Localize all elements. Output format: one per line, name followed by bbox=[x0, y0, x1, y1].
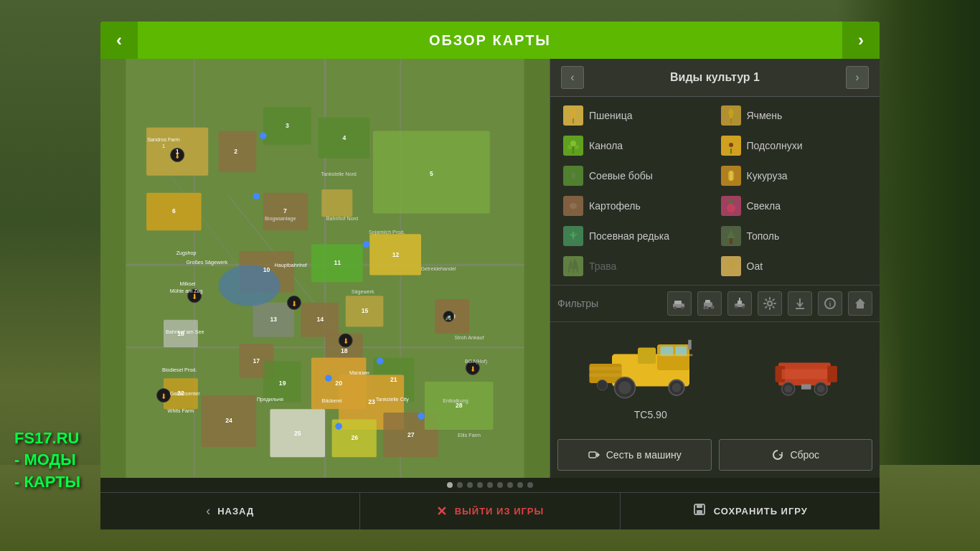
culture-soy[interactable]: Соевые бобы bbox=[557, 161, 715, 191]
dot-5[interactable] bbox=[487, 482, 493, 488]
svg-point-116 bbox=[570, 141, 576, 146]
grass-icon bbox=[563, 256, 583, 276]
svg-point-55 bbox=[335, 423, 342, 430]
map-area: ⬇ ⬇ ⬇ ⬇ ⬇ ⬇ bbox=[100, 59, 550, 478]
dot-6[interactable] bbox=[497, 482, 503, 488]
dot-9[interactable] bbox=[527, 482, 533, 488]
barley-label: Ячмень bbox=[747, 110, 783, 121]
svg-point-169 bbox=[597, 380, 607, 390]
svg-text:⬇: ⬇ bbox=[291, 300, 297, 308]
svg-text:2: 2 bbox=[234, 148, 237, 155]
cultures-nav-left[interactable]: ‹ bbox=[561, 66, 584, 89]
filter-tractor-btn[interactable] bbox=[697, 291, 722, 316]
soy-label: Соевые бобы bbox=[589, 170, 653, 182]
wheat-icon bbox=[563, 105, 583, 126]
filter-download-btn[interactable] bbox=[788, 291, 812, 316]
svg-point-146 bbox=[711, 306, 714, 309]
filter-vehicle-btn[interactable] bbox=[667, 291, 692, 316]
culture-grass[interactable]: Трава bbox=[557, 251, 715, 281]
dot-7[interactable] bbox=[507, 482, 513, 488]
svg-rect-174 bbox=[828, 366, 838, 382]
svg-text:6: 6 bbox=[172, 207, 176, 215]
svg-rect-170 bbox=[688, 339, 692, 349]
culture-canola[interactable]: Канола bbox=[557, 131, 715, 161]
svg-text:Entkalkung: Entkalkung bbox=[443, 398, 468, 404]
watermark-line3: - КАРТЫ bbox=[14, 471, 80, 494]
culture-potato[interactable]: Картофель bbox=[557, 191, 715, 221]
poplar-label: Тополь bbox=[747, 230, 780, 242]
nav-exit-section[interactable]: ✕ ВЫЙТИ ИЗ ИГРЫ bbox=[360, 493, 620, 529]
svg-text:Hauptbahnhof: Hauptbahnhof bbox=[275, 263, 307, 268]
filter-info-btn[interactable]: i bbox=[818, 291, 842, 316]
save-icon bbox=[692, 503, 707, 519]
filters-label: Фильтры bbox=[557, 298, 661, 309]
header-nav-right[interactable]: › bbox=[842, 22, 880, 59]
culture-sunflower[interactable]: Подсолнухи bbox=[715, 131, 873, 161]
svg-text:Gartencenter: Gartencenter bbox=[170, 391, 200, 397]
dot-2[interactable] bbox=[457, 482, 463, 488]
dot-1[interactable] bbox=[447, 482, 453, 488]
svg-line-133 bbox=[731, 200, 733, 204]
panel-title: ОБЗОР КАРТЫ bbox=[429, 32, 551, 49]
radish-label: Посевная редька bbox=[589, 230, 669, 242]
cultures-nav-right[interactable]: › bbox=[846, 66, 869, 89]
board-vehicle-btn[interactable]: Сесть в машину bbox=[557, 439, 712, 471]
svg-point-121 bbox=[729, 143, 733, 147]
culture-corn[interactable]: Кукуруза bbox=[715, 161, 873, 191]
filter-crane-btn[interactable] bbox=[727, 291, 752, 316]
culture-beet[interactable]: Свекла bbox=[715, 191, 873, 221]
dot-8[interactable] bbox=[517, 482, 523, 488]
action-buttons: Сесть в машину Сброс bbox=[550, 432, 880, 478]
svg-line-123 bbox=[727, 141, 729, 143]
panel-header: ‹ ОБЗОР КАРТЫ › bbox=[100, 22, 880, 59]
svg-text:Zugshop: Zugshop bbox=[176, 250, 197, 256]
svg-text:25: 25 bbox=[294, 430, 301, 437]
svg-point-151 bbox=[742, 306, 745, 309]
svg-line-124 bbox=[733, 141, 735, 143]
svg-text:1: 1 bbox=[176, 148, 179, 155]
culture-radish[interactable]: Посевная редька bbox=[557, 221, 715, 251]
svg-point-130 bbox=[570, 203, 577, 209]
culture-wheat[interactable]: Пшеница bbox=[557, 100, 715, 131]
vehicle-display: TC5.90 bbox=[550, 322, 880, 432]
svg-rect-128 bbox=[730, 171, 732, 181]
nav-save-section[interactable]: СОХРАНИТЬ ИГРУ bbox=[621, 493, 880, 529]
svg-text:17: 17 bbox=[253, 357, 260, 364]
dot-4[interactable] bbox=[477, 482, 483, 488]
svg-text:13: 13 bbox=[270, 316, 277, 323]
svg-rect-185 bbox=[697, 504, 702, 508]
reset-btn[interactable]: Сброс bbox=[719, 439, 873, 471]
svg-point-152 bbox=[768, 301, 772, 306]
culture-poplar[interactable]: Тополь bbox=[715, 221, 873, 251]
filter-gear-btn[interactable] bbox=[758, 291, 782, 316]
header-nav-left[interactable]: ‹ bbox=[100, 22, 138, 59]
svg-text:Milksei: Milksei bbox=[180, 281, 196, 287]
nav-back-section[interactable]: ‹ НАЗАД bbox=[100, 493, 360, 529]
back-label: НАЗАД bbox=[217, 506, 254, 517]
svg-text:Whits Farm: Whits Farm bbox=[168, 408, 194, 414]
svg-rect-175 bbox=[782, 369, 828, 379]
svg-point-131 bbox=[727, 204, 735, 212]
cultures-title: Виды культур 1 bbox=[670, 71, 760, 84]
poplar-icon bbox=[721, 226, 741, 246]
filter-home-btn[interactable] bbox=[848, 291, 872, 316]
save-label: СОХРАНИТЬ ИГРУ bbox=[714, 506, 808, 517]
svg-rect-162 bbox=[589, 367, 621, 370]
svg-point-110 bbox=[570, 108, 576, 118]
svg-point-54 bbox=[418, 413, 425, 420]
svg-text:23: 23 bbox=[368, 398, 375, 405]
culture-barley[interactable]: Ячмень bbox=[715, 100, 873, 131]
oat-icon bbox=[721, 256, 741, 276]
watermark-line1: FS17.RU bbox=[14, 428, 80, 450]
svg-rect-164 bbox=[638, 347, 656, 364]
beet-label: Свекла bbox=[747, 200, 781, 212]
exit-label: ВЫЙТИ ИЗ ИГРЫ bbox=[455, 506, 545, 517]
svg-point-179 bbox=[817, 385, 825, 392]
svg-point-142 bbox=[681, 306, 684, 309]
svg-text:Stroh Ankauf: Stroh Ankauf bbox=[455, 335, 484, 341]
barley-icon bbox=[721, 105, 741, 126]
watermark-line2: - МОДЫ bbox=[14, 449, 80, 471]
culture-oat[interactable]: Oat bbox=[715, 251, 873, 281]
panel-content: ⬇ ⬇ ⬇ ⬇ ⬇ ⬇ bbox=[100, 59, 880, 478]
dot-3[interactable] bbox=[467, 482, 473, 488]
